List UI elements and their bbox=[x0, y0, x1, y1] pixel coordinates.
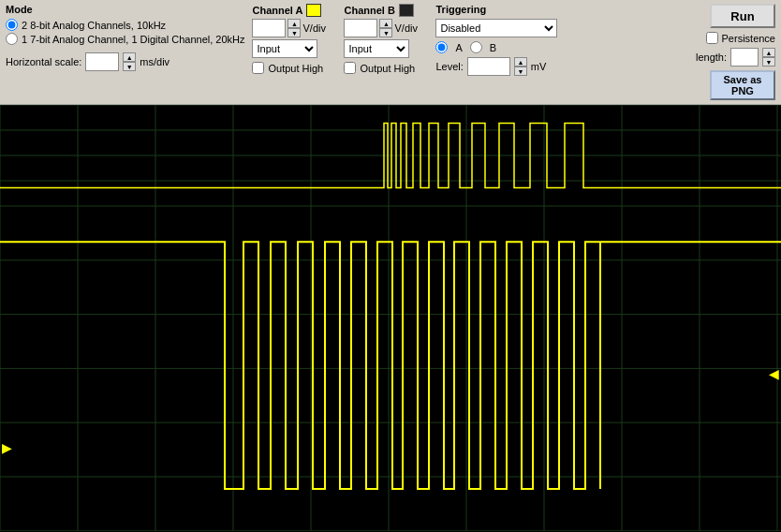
channel-b-vdiv-input[interactable]: 1.0 bbox=[344, 19, 377, 37]
mode-option2-row: 1 7-bit Analog Channel, 1 Digital Channe… bbox=[6, 33, 244, 45]
channel-a-section: Channel A 1.0 ▲ ▼ V/div Input Output Hig… bbox=[252, 4, 336, 74]
length-up[interactable]: ▲ bbox=[762, 48, 775, 57]
channel-a-label: Channel A bbox=[252, 5, 302, 16]
persistence-label: Persistence bbox=[722, 33, 775, 44]
channel-a-label-row: Channel A bbox=[252, 4, 321, 17]
channel-b-output-high-row: Output High bbox=[344, 62, 415, 74]
channel-a-output-high-label: Output High bbox=[268, 63, 323, 74]
actions-section: Run Persistence length: 4 ▲ ▼ Save asPNG bbox=[696, 4, 775, 100]
channel-b-label: Channel B bbox=[344, 5, 394, 16]
trigger-arrow-right: ◀ bbox=[769, 367, 779, 380]
mode-option1-row: 2 8-bit Analog Channels, 10kHz bbox=[6, 19, 244, 31]
save-png-button[interactable]: Save asPNG bbox=[710, 70, 775, 100]
trigger-b-label: B bbox=[490, 42, 496, 53]
channel-b-vdiv-spinner: ▲ ▼ bbox=[379, 19, 392, 37]
top-panel: Mode 2 8-bit Analog Channels, 10kHz 1 7-… bbox=[0, 0, 781, 105]
trigger-b-radio[interactable] bbox=[470, 41, 482, 53]
bottom-canvas bbox=[0, 206, 781, 531]
mode-label: Mode bbox=[6, 4, 244, 15]
h-scale-up[interactable]: ▲ bbox=[123, 52, 136, 62]
channel-a-vdiv-input[interactable]: 1.0 bbox=[252, 19, 286, 37]
length-label: length: bbox=[696, 52, 727, 63]
h-scale-row: Horizontal scale: 5 ▲ ▼ ms/div bbox=[6, 52, 244, 71]
mode-option2-radio[interactable] bbox=[6, 33, 18, 45]
trigger-a-radio[interactable] bbox=[435, 41, 448, 53]
channel-a-output-high-row: Output High bbox=[252, 62, 323, 74]
mode-option1-label: 2 8-bit Analog Channels, 10kHz bbox=[22, 20, 166, 31]
length-input[interactable]: 4 bbox=[730, 48, 759, 66]
level-spinner: ▲ ▼ bbox=[514, 57, 527, 76]
channel-b-vdiv-unit: V/div bbox=[394, 22, 417, 34]
channel-b-output-high-checkbox[interactable] bbox=[344, 62, 356, 74]
channel-b-label-row: Channel B bbox=[344, 4, 413, 17]
channel-a-vdiv-unit: V/div bbox=[302, 22, 325, 34]
channel-b-vdiv-row: 1.0 ▲ ▼ V/div bbox=[344, 19, 417, 37]
level-input[interactable]: 2500 bbox=[467, 57, 510, 76]
channel-b-vdiv-up[interactable]: ▲ bbox=[379, 19, 392, 28]
level-label: Level: bbox=[435, 61, 463, 72]
level-unit: mV bbox=[531, 61, 547, 72]
channel-b-output-high-label: Output High bbox=[360, 63, 415, 74]
triggering-mode-select[interactable]: Disabled Rising Falling bbox=[435, 19, 557, 37]
mode-section: Mode 2 8-bit Analog Channels, 10kHz 1 7-… bbox=[6, 4, 244, 71]
channel-b-color-box[interactable] bbox=[399, 4, 414, 17]
channel-a-input-select[interactable]: Input bbox=[252, 39, 317, 58]
length-row: length: 4 ▲ ▼ bbox=[696, 48, 775, 66]
h-scale-spinner: ▲ ▼ bbox=[123, 52, 136, 71]
trigger-ab-row: A B bbox=[435, 41, 557, 53]
channel-b-input-select[interactable]: Input bbox=[344, 39, 409, 58]
triggering-label: Triggering bbox=[435, 4, 557, 15]
channel-a-vdiv-up[interactable]: ▲ bbox=[287, 19, 301, 28]
mode-option2-label: 1 7-bit Analog Channel, 1 Digital Channe… bbox=[22, 34, 244, 45]
trigger-arrow-left: ▶ bbox=[2, 441, 12, 454]
triggering-section: Triggering Disabled Rising Falling A B L… bbox=[435, 4, 557, 76]
channel-a-vdiv-row: 1.0 ▲ ▼ V/div bbox=[252, 19, 325, 37]
length-down[interactable]: ▼ bbox=[762, 57, 775, 66]
channel-b-vdiv-down[interactable]: ▼ bbox=[379, 28, 392, 37]
level-up[interactable]: ▲ bbox=[514, 57, 527, 66]
bottom-display: ▶ ◀ bbox=[0, 206, 781, 531]
h-scale-input[interactable]: 5 bbox=[85, 52, 119, 71]
length-spinner: ▲ ▼ bbox=[762, 48, 775, 66]
channel-a-color-box[interactable] bbox=[306, 4, 321, 17]
top-canvas bbox=[0, 105, 781, 206]
top-display bbox=[0, 105, 781, 206]
channel-b-section: Channel B 1.0 ▲ ▼ V/div Input Output Hig… bbox=[344, 4, 428, 74]
channel-a-vdiv-spinner: ▲ ▼ bbox=[287, 19, 301, 37]
channel-a-vdiv-down[interactable]: ▼ bbox=[287, 28, 301, 37]
display-area: ▶ ◀ bbox=[0, 105, 781, 532]
h-scale-unit: ms/div bbox=[140, 56, 169, 67]
mode-option1-radio[interactable] bbox=[6, 19, 18, 31]
h-scale-down[interactable]: ▼ bbox=[123, 62, 136, 71]
level-down[interactable]: ▼ bbox=[514, 66, 527, 76]
persistence-checkbox[interactable] bbox=[706, 32, 718, 44]
run-button[interactable]: Run bbox=[710, 4, 775, 28]
channel-a-output-high-checkbox[interactable] bbox=[252, 62, 264, 74]
h-scale-label: Horizontal scale: bbox=[6, 56, 81, 67]
trigger-a-label: A bbox=[455, 42, 462, 53]
persistence-row: Persistence bbox=[706, 32, 775, 44]
level-row: Level: 2500 ▲ ▼ mV bbox=[435, 57, 557, 76]
